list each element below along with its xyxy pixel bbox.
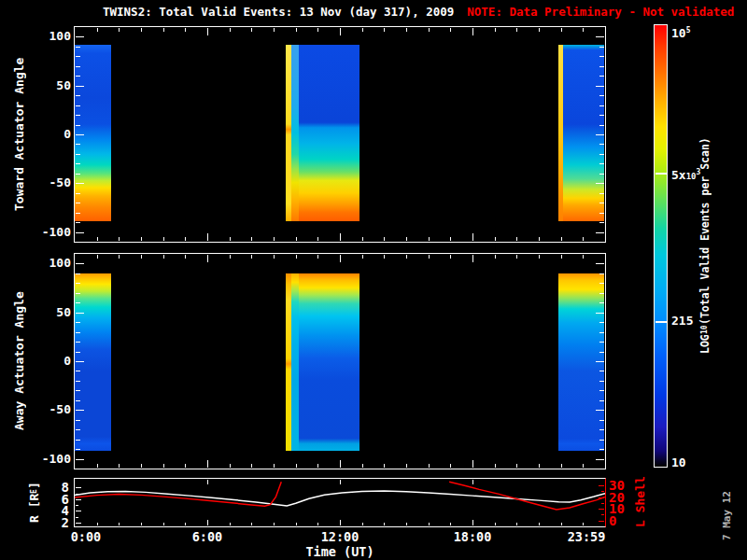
axis-tick xyxy=(76,47,80,48)
axis-tick xyxy=(317,464,318,468)
axis-tick-label: -100 xyxy=(30,452,71,467)
axis-tick xyxy=(207,480,208,484)
axis-tick xyxy=(274,255,275,259)
axis-tick xyxy=(495,28,496,32)
axis-tick xyxy=(583,28,584,32)
axis-tick xyxy=(539,523,540,525)
axis-tick-label: -100 xyxy=(30,225,71,240)
axis-tick xyxy=(599,497,604,498)
axis-tick xyxy=(495,464,496,468)
axis-tick xyxy=(76,313,84,314)
axis-tick xyxy=(76,517,78,518)
axis-tick xyxy=(599,47,604,48)
axis-tick xyxy=(599,400,604,401)
colorbar-tick-dash xyxy=(655,173,667,175)
axis-tick xyxy=(601,491,604,492)
axis-tick xyxy=(450,255,451,259)
axis-tick xyxy=(119,464,120,468)
axis-tick xyxy=(596,183,604,184)
axis-tick xyxy=(539,255,540,259)
axis-tick xyxy=(340,480,341,484)
axis-tick xyxy=(76,499,81,500)
axis-tick xyxy=(596,410,604,411)
axis-tick xyxy=(76,302,80,303)
axis-tick xyxy=(384,28,385,32)
axis-tick xyxy=(599,293,604,294)
axis-tick xyxy=(141,237,142,241)
axis-tick xyxy=(599,381,604,382)
axis-tick xyxy=(583,237,584,241)
axis-tick-label: -50 xyxy=(30,175,71,190)
axis-tick xyxy=(384,237,385,241)
axis-tick xyxy=(76,511,81,511)
axis-tick xyxy=(76,371,80,371)
axis-tick xyxy=(599,449,604,450)
axis-tick xyxy=(599,144,604,145)
axis-tick xyxy=(599,509,604,510)
axis-tick xyxy=(596,313,604,314)
axis-tick xyxy=(362,523,363,525)
away-spectrogram-panel xyxy=(74,253,606,469)
axis-tick xyxy=(185,237,186,241)
axis-tick xyxy=(76,203,80,203)
axis-tick xyxy=(516,237,517,241)
colorbar-tick-label: 215 xyxy=(671,314,693,329)
axis-tick xyxy=(599,371,604,371)
axis-tick xyxy=(599,95,604,96)
axis-tick xyxy=(317,255,318,259)
axis-tick xyxy=(97,255,98,259)
axis-tick xyxy=(599,203,604,203)
axis-tick xyxy=(516,28,517,32)
axis-tick xyxy=(76,283,80,284)
axis-tick xyxy=(429,28,430,32)
axis-tick xyxy=(450,28,451,32)
axis-tick xyxy=(185,464,186,468)
plot-canvas: TWINS2: Total Valid Events: 13 Nov (day … xyxy=(0,0,747,560)
colorbar-tick-label: 5x103 xyxy=(671,165,700,184)
axis-tick-label: 12:00 xyxy=(310,529,370,544)
axis-tick xyxy=(185,28,186,32)
axis-tick xyxy=(362,28,363,32)
colorbar xyxy=(654,24,668,468)
axis-tick xyxy=(274,464,275,468)
axis-tick xyxy=(317,28,318,32)
axis-tick-label: 0 xyxy=(609,513,637,528)
title-row: TWINS2: Total Valid Events: 13 Nov (day … xyxy=(103,5,734,19)
axis-tick xyxy=(296,255,297,259)
axis-tick xyxy=(516,255,517,259)
axis-tick xyxy=(599,283,604,284)
axis-tick-label: 0:00 xyxy=(56,529,116,544)
axis-tick xyxy=(495,523,496,525)
axis-tick xyxy=(599,485,604,486)
axis-tick-label: -50 xyxy=(30,402,71,417)
axis-tick xyxy=(539,464,540,468)
axis-tick xyxy=(561,255,562,259)
axis-tick xyxy=(163,28,164,32)
axis-tick xyxy=(596,36,604,37)
axis-tick xyxy=(76,163,80,164)
axis-tick xyxy=(450,237,451,241)
axis-tick xyxy=(76,487,81,488)
axis-tick xyxy=(76,105,80,106)
axis-tick xyxy=(362,237,363,241)
axis-tick xyxy=(76,390,80,391)
axis-tick xyxy=(599,193,604,194)
axis-tick xyxy=(599,420,604,421)
axis-tick xyxy=(340,520,341,525)
away-axis-label: Away Actuator Angle xyxy=(11,254,27,469)
axis-tick xyxy=(207,460,208,468)
axis-tick xyxy=(472,233,473,241)
axis-tick xyxy=(340,460,341,468)
axis-tick xyxy=(472,28,473,35)
axis-tick xyxy=(406,464,407,468)
axis-tick xyxy=(76,232,84,233)
axis-tick xyxy=(76,273,80,274)
axis-tick xyxy=(76,459,84,460)
axis-tick xyxy=(406,237,407,241)
axis-tick xyxy=(76,352,80,353)
axis-tick xyxy=(76,86,84,87)
axis-tick xyxy=(207,28,208,35)
axis-tick xyxy=(340,233,341,241)
colorbar-tick-label: 105 xyxy=(671,23,690,41)
axis-tick xyxy=(317,237,318,241)
